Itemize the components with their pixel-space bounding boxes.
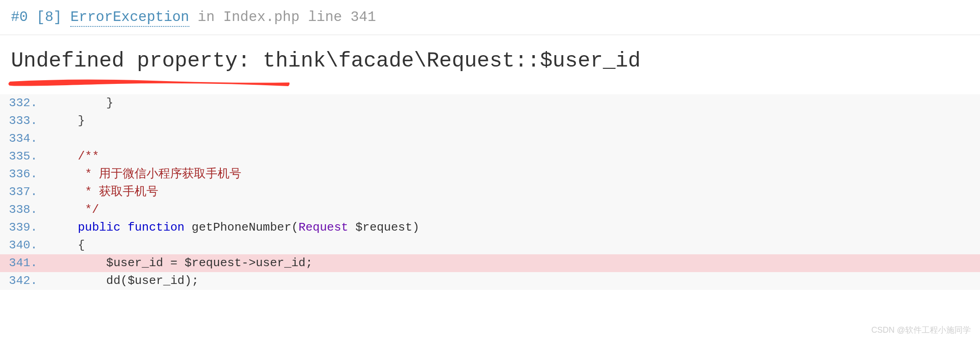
code-token: function	[128, 221, 185, 234]
code-token: $user_id = $request->user_id;	[106, 256, 313, 270]
error-trace-header: #0 [8] ErrorException in Index.php line …	[0, 0, 980, 35]
code-token: public	[78, 221, 120, 234]
code-line: 338. */	[0, 201, 980, 219]
line-number: 335.	[0, 148, 41, 165]
code-line: 339. public function getPhoneNumber(Requ…	[0, 219, 980, 237]
line-number: 342.	[0, 272, 41, 290]
line-content: {	[41, 237, 85, 254]
line-number: 338.	[0, 201, 41, 219]
code-token: /**	[78, 149, 99, 163]
code-token: dd($user_id);	[106, 274, 199, 288]
line-content: $user_id = $request->user_id;	[41, 254, 313, 272]
code-line: 342. dd($user_id);	[0, 272, 980, 290]
line-number: 334.	[0, 130, 41, 148]
code-token: * 获取手机号	[85, 185, 158, 199]
code-token: * 用于微信小程序获取手机号	[85, 167, 241, 181]
code-line: 341. $user_id = $request->user_id;	[0, 254, 980, 272]
line-content: * 用于微信小程序获取手机号	[41, 165, 241, 183]
line-content: * 获取手机号	[41, 183, 158, 201]
code-line: 333. }	[0, 112, 980, 130]
code-token: getPhoneNumber(	[184, 221, 298, 234]
code-token: */	[85, 203, 99, 216]
line-number: 333.	[0, 112, 41, 130]
in-keyword: in	[198, 9, 214, 25]
error-code: [8]	[36, 9, 62, 25]
code-token: }	[78, 114, 85, 128]
code-line: 334.	[0, 130, 980, 148]
file-location: Index.php line 341	[223, 9, 376, 25]
code-token: }	[106, 96, 114, 110]
code-line: 337. * 获取手机号	[0, 183, 980, 201]
line-number: 339.	[0, 219, 41, 237]
line-content: /**	[41, 148, 99, 165]
line-number: 336.	[0, 165, 41, 183]
line-number: 337.	[0, 183, 41, 201]
code-line: 335. /**	[0, 148, 980, 165]
line-content: }	[41, 112, 85, 130]
line-content: dd($user_id);	[41, 272, 199, 290]
line-content: */	[41, 201, 99, 219]
line-content: }	[41, 94, 113, 112]
code-token	[120, 221, 128, 234]
exception-class-link[interactable]: ErrorException	[70, 9, 189, 27]
line-content: public function getPhoneNumber(Request $…	[41, 219, 419, 237]
code-line: 340. {	[0, 237, 980, 254]
code-token: {	[78, 238, 85, 252]
code-line: 332. }	[0, 94, 980, 112]
line-number: 340.	[0, 237, 41, 254]
line-number: 341.	[0, 254, 41, 272]
annotation-underline	[0, 81, 980, 90]
code-token: Request	[298, 221, 348, 234]
source-code-panel: 332. }333. }334.335. /**336. * 用于微信小程序获取…	[0, 94, 980, 290]
code-line: 336. * 用于微信小程序获取手机号	[0, 165, 980, 183]
error-message-heading: Undefined property: think\facade\Request…	[0, 35, 980, 81]
code-token: $request)	[348, 221, 419, 234]
line-number: 332.	[0, 94, 41, 112]
stack-frame-number: #0	[11, 9, 28, 25]
